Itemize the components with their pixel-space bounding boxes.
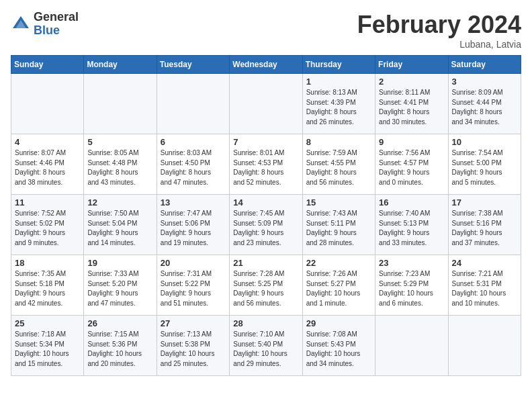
calendar-day-cell: 8Sunrise: 7:59 AM Sunset: 4:55 PM Daylig…: [302, 134, 375, 195]
calendar-day-cell: 4Sunrise: 8:07 AM Sunset: 4:46 PM Daylig…: [11, 134, 84, 195]
day-info: Sunrise: 7:40 AM Sunset: 5:13 PM Dayligh…: [379, 209, 444, 248]
calendar-day-cell: 23Sunrise: 7:23 AM Sunset: 5:29 PM Dayli…: [375, 255, 448, 316]
day-info: Sunrise: 7:08 AM Sunset: 5:43 PM Dayligh…: [306, 330, 371, 369]
day-number: 8: [306, 137, 371, 147]
day-info: Sunrise: 8:11 AM Sunset: 4:41 PM Dayligh…: [379, 88, 444, 127]
calendar-day-cell: 7Sunrise: 8:01 AM Sunset: 4:53 PM Daylig…: [230, 134, 302, 195]
calendar-day-cell: [84, 74, 157, 134]
logo-text: General Blue: [34, 11, 79, 38]
month-title: February 2024: [357, 11, 521, 39]
calendar-day-cell: 24Sunrise: 7:21 AM Sunset: 5:31 PM Dayli…: [448, 255, 521, 316]
calendar-week-row: 4Sunrise: 8:07 AM Sunset: 4:46 PM Daylig…: [11, 134, 521, 195]
page-header: General Blue February 2024 Lubana, Latvi…: [11, 11, 521, 50]
day-info: Sunrise: 8:07 AM Sunset: 4:46 PM Dayligh…: [15, 148, 80, 187]
logo-general: General: [34, 11, 79, 24]
day-info: Sunrise: 7:26 AM Sunset: 5:27 PM Dayligh…: [306, 269, 371, 308]
calendar-day-cell: 15Sunrise: 7:43 AM Sunset: 5:11 PM Dayli…: [302, 195, 375, 255]
day-number: 17: [452, 197, 517, 208]
day-number: 27: [161, 318, 226, 328]
calendar-day-cell: 3Sunrise: 8:09 AM Sunset: 4:44 PM Daylig…: [448, 74, 521, 134]
day-number: 25: [15, 318, 80, 328]
day-info: Sunrise: 8:01 AM Sunset: 4:53 PM Dayligh…: [233, 148, 298, 187]
day-of-week-header: Thursday: [302, 56, 375, 74]
calendar-day-cell: 20Sunrise: 7:31 AM Sunset: 5:22 PM Dayli…: [157, 255, 229, 316]
calendar-day-cell: 13Sunrise: 7:47 AM Sunset: 5:06 PM Dayli…: [157, 195, 229, 255]
day-number: 1: [306, 77, 371, 87]
calendar-table: SundayMondayTuesdayWednesdayThursdayFrid…: [11, 55, 521, 376]
calendar-week-row: 11Sunrise: 7:52 AM Sunset: 5:02 PM Dayli…: [11, 195, 521, 255]
calendar-day-cell: 11Sunrise: 7:52 AM Sunset: 5:02 PM Dayli…: [11, 195, 84, 255]
day-number: 15: [306, 197, 371, 208]
day-info: Sunrise: 7:35 AM Sunset: 5:18 PM Dayligh…: [15, 269, 80, 308]
calendar-day-cell: 10Sunrise: 7:54 AM Sunset: 5:00 PM Dayli…: [448, 134, 521, 195]
day-info: Sunrise: 8:05 AM Sunset: 4:48 PM Dayligh…: [87, 148, 152, 187]
day-info: Sunrise: 7:56 AM Sunset: 4:57 PM Dayligh…: [379, 148, 444, 187]
calendar-day-cell: 5Sunrise: 8:05 AM Sunset: 4:48 PM Daylig…: [84, 134, 157, 195]
day-info: Sunrise: 8:13 AM Sunset: 4:39 PM Dayligh…: [306, 88, 371, 127]
calendar-day-cell: 17Sunrise: 7:38 AM Sunset: 5:16 PM Dayli…: [448, 195, 521, 255]
calendar-day-cell: 1Sunrise: 8:13 AM Sunset: 4:39 PM Daylig…: [302, 74, 375, 134]
calendar-day-cell: 12Sunrise: 7:50 AM Sunset: 5:04 PM Dayli…: [84, 195, 157, 255]
day-of-week-header: Sunday: [11, 56, 84, 74]
day-number: 26: [87, 318, 152, 328]
calendar-week-row: 18Sunrise: 7:35 AM Sunset: 5:18 PM Dayli…: [11, 255, 521, 316]
calendar-day-cell: [448, 316, 521, 376]
calendar-body: 1Sunrise: 8:13 AM Sunset: 4:39 PM Daylig…: [11, 74, 521, 376]
day-number: 16: [379, 197, 444, 208]
logo-icon: [11, 14, 31, 34]
calendar-day-cell: 29Sunrise: 7:08 AM Sunset: 5:43 PM Dayli…: [302, 316, 375, 376]
calendar-day-cell: [157, 74, 229, 134]
calendar-day-cell: [375, 316, 448, 376]
day-number: 24: [452, 258, 517, 268]
day-number: 28: [233, 318, 298, 328]
day-number: 18: [15, 258, 80, 268]
day-info: Sunrise: 7:31 AM Sunset: 5:22 PM Dayligh…: [161, 269, 226, 308]
calendar-day-cell: [230, 74, 302, 134]
day-info: Sunrise: 7:18 AM Sunset: 5:34 PM Dayligh…: [15, 330, 80, 369]
location-subtitle: Lubana, Latvia: [357, 39, 521, 50]
day-number: 11: [15, 197, 80, 208]
calendar-day-cell: 9Sunrise: 7:56 AM Sunset: 4:57 PM Daylig…: [375, 134, 448, 195]
title-block: February 2024 Lubana, Latvia: [357, 11, 521, 50]
day-number: 21: [233, 258, 298, 268]
day-number: 3: [452, 77, 517, 87]
day-info: Sunrise: 7:54 AM Sunset: 5:00 PM Dayligh…: [452, 148, 517, 187]
day-number: 5: [87, 137, 152, 147]
logo-blue: Blue: [34, 24, 79, 38]
day-info: Sunrise: 7:43 AM Sunset: 5:11 PM Dayligh…: [306, 209, 371, 248]
day-info: Sunrise: 7:23 AM Sunset: 5:29 PM Dayligh…: [379, 269, 444, 308]
day-info: Sunrise: 7:10 AM Sunset: 5:40 PM Dayligh…: [233, 330, 298, 369]
day-number: 2: [379, 77, 444, 87]
day-number: 9: [379, 137, 444, 147]
calendar-day-cell: 26Sunrise: 7:15 AM Sunset: 5:36 PM Dayli…: [84, 316, 157, 376]
day-info: Sunrise: 8:03 AM Sunset: 4:50 PM Dayligh…: [161, 148, 226, 187]
day-number: 22: [306, 258, 371, 268]
day-info: Sunrise: 7:47 AM Sunset: 5:06 PM Dayligh…: [161, 209, 226, 248]
day-number: 19: [87, 258, 152, 268]
calendar-day-cell: 2Sunrise: 8:11 AM Sunset: 4:41 PM Daylig…: [375, 74, 448, 134]
day-number: 4: [15, 137, 80, 147]
day-number: 29: [306, 318, 371, 328]
day-of-week-header: Monday: [84, 56, 157, 74]
day-number: 6: [161, 137, 226, 147]
day-info: Sunrise: 7:52 AM Sunset: 5:02 PM Dayligh…: [15, 209, 80, 248]
day-number: 10: [452, 137, 517, 147]
day-number: 12: [87, 197, 152, 208]
calendar-day-cell: 18Sunrise: 7:35 AM Sunset: 5:18 PM Dayli…: [11, 255, 84, 316]
day-info: Sunrise: 7:28 AM Sunset: 5:25 PM Dayligh…: [233, 269, 298, 308]
calendar-day-cell: 28Sunrise: 7:10 AM Sunset: 5:40 PM Dayli…: [230, 316, 302, 376]
day-of-week-header: Tuesday: [157, 56, 229, 74]
day-of-week-header: Friday: [375, 56, 448, 74]
calendar-day-cell: 27Sunrise: 7:13 AM Sunset: 5:38 PM Dayli…: [157, 316, 229, 376]
calendar-day-cell: 14Sunrise: 7:45 AM Sunset: 5:09 PM Dayli…: [230, 195, 302, 255]
day-of-week-header: Wednesday: [230, 56, 302, 74]
day-number: 14: [233, 197, 298, 208]
day-number: 13: [161, 197, 226, 208]
day-info: Sunrise: 7:45 AM Sunset: 5:09 PM Dayligh…: [233, 209, 298, 248]
day-number: 7: [233, 137, 298, 147]
calendar-day-cell: 6Sunrise: 8:03 AM Sunset: 4:50 PM Daylig…: [157, 134, 229, 195]
calendar-day-cell: 22Sunrise: 7:26 AM Sunset: 5:27 PM Dayli…: [302, 255, 375, 316]
calendar-day-cell: [11, 74, 84, 134]
day-number: 20: [161, 258, 226, 268]
day-number: 23: [379, 258, 444, 268]
